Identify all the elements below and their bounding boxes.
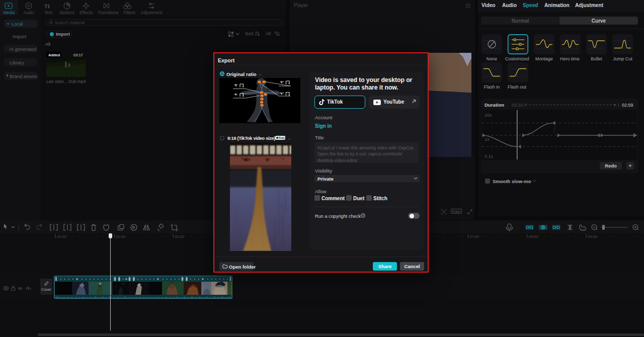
svg-text:10x: 10x <box>485 113 492 118</box>
svg-text:02:00: 02:00 <box>175 234 184 239</box>
svg-text:09:00: 09:00 <box>588 234 597 239</box>
svg-text:TI: TI <box>44 4 50 9</box>
svg-text:0.1x: 0.1x <box>485 154 494 159</box>
svg-text:?: ? <box>362 214 364 217</box>
svg-text:08:00: 08:00 <box>529 234 538 239</box>
svg-text:07:00: 07:00 <box>469 234 479 239</box>
svg-text:00:00: 00:00 <box>57 234 66 239</box>
svg-text:01:00: 01:00 <box>116 234 125 239</box>
svg-text:1x: 1x <box>485 137 490 142</box>
